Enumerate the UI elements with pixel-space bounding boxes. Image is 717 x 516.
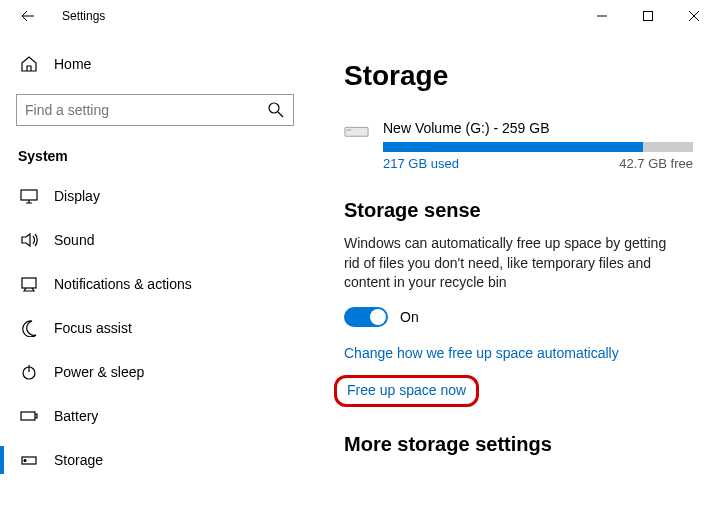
annotation-highlight: Free up space now [334,375,479,407]
moon-icon [20,319,38,337]
nav-item-label: Sound [54,232,94,248]
more-storage-heading: More storage settings [344,433,693,456]
nav-item-label: Battery [54,408,98,424]
content-pane: Storage New Volume (G:) - 259 GB 217 GB … [310,32,717,516]
storage-sense-heading: Storage sense [344,199,693,222]
minimize-button[interactable] [579,0,625,32]
nav-notifications[interactable]: Notifications & actions [16,262,294,306]
search-icon [267,101,285,119]
display-icon [20,187,38,205]
nav-display[interactable]: Display [16,174,294,218]
nav-home[interactable]: Home [16,46,294,82]
link-free-up-now[interactable]: Free up space now [347,382,466,398]
nav-category: System [18,148,294,164]
drive-usage-bar [383,142,693,152]
sound-icon [20,231,38,249]
svg-point-1 [269,103,279,113]
nav-item-label: Power & sleep [54,364,144,380]
page-title: Storage [344,60,693,92]
drive-icon [344,122,369,142]
nav-sound[interactable]: Sound [16,218,294,262]
storage-sense-toggle[interactable] [344,307,388,327]
close-button[interactable] [671,0,717,32]
nav-focus-assist[interactable]: Focus assist [16,306,294,350]
toggle-state-label: On [400,309,419,325]
battery-icon [20,407,38,425]
svg-point-7 [24,460,26,462]
drive-name: New Volume (G:) - 259 GB [383,120,693,136]
search-field[interactable] [25,102,267,118]
nav-item-label: Display [54,188,100,204]
drive-free-label: 42.7 GB free [619,156,693,171]
svg-rect-0 [644,12,653,21]
storage-icon [20,451,38,469]
toggle-knob [370,309,386,325]
back-button[interactable] [12,0,44,32]
power-icon [20,363,38,381]
nav-item-label: Focus assist [54,320,132,336]
svg-rect-3 [22,278,36,288]
nav-battery[interactable]: Battery [16,394,294,438]
nav-item-label: Notifications & actions [54,276,192,292]
svg-rect-8 [345,127,368,136]
nav-item-label: Storage [54,452,103,468]
svg-rect-2 [21,190,37,200]
notifications-icon [20,275,38,293]
home-icon [20,55,38,73]
window-title: Settings [62,9,105,23]
storage-sense-description: Windows can automatically free up space … [344,234,674,293]
link-change-free-up[interactable]: Change how we free up space automaticall… [344,345,693,361]
search-input[interactable] [16,94,294,126]
drive-entry[interactable]: New Volume (G:) - 259 GB 217 GB used 42.… [344,120,693,171]
nav-power-sleep[interactable]: Power & sleep [16,350,294,394]
svg-rect-9 [347,129,351,131]
nav-home-label: Home [54,56,91,72]
nav-storage[interactable]: Storage [16,438,294,482]
svg-rect-5 [21,412,35,420]
drive-usage-fill [383,142,643,152]
maximize-button[interactable] [625,0,671,32]
drive-used-link[interactable]: 217 GB used [383,156,459,171]
sidebar: Home System Display Sound Notifications … [0,32,310,516]
